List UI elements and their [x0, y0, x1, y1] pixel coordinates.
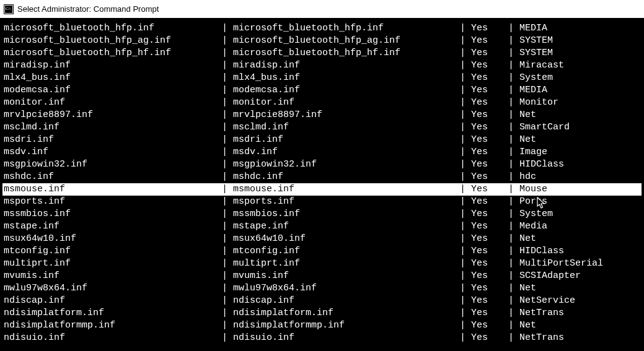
column-separator: | [222, 35, 233, 47]
table-row[interactable]: msgpiowin32.inf| msgpiowin32.inf| Yes| H… [2, 158, 642, 171]
column-separator: | [460, 258, 471, 270]
table-row[interactable]: msports.inf| msports.inf| Yes| Ports [2, 196, 642, 208]
table-row[interactable]: msmouse.inf| msmouse.inf| Yes| Mouse [2, 183, 642, 196]
inf-original-name: msdri.inf [233, 134, 460, 146]
column-separator: | [460, 97, 471, 109]
table-row[interactable]: microsoft_bluetooth_hfp_ag.inf| microsof… [2, 35, 642, 47]
class-name: SCSIAdapter [519, 270, 642, 282]
column-separator: | [460, 208, 471, 220]
table-row[interactable]: modemcsa.inf| modemcsa.inf| Yes| MEDIA [2, 84, 642, 97]
column-separator: | [508, 158, 519, 171]
table-row[interactable]: mshdc.inf| mshdc.inf| Yes| hdc [2, 171, 642, 183]
table-row[interactable]: msclmd.inf| msclmd.inf| Yes| SmartCard [2, 121, 642, 134]
inf-original-name: miradisp.inf [233, 59, 460, 72]
column-separator: | [508, 35, 519, 47]
table-row[interactable]: ndisuio.inf| ndisuio.inf| Yes| NetTrans [2, 332, 642, 344]
column-separator: | [460, 295, 471, 307]
column-separator: | [508, 171, 519, 183]
column-separator: | [460, 109, 471, 121]
inf-published-name: ndiscap.inf [2, 295, 222, 307]
class-name: hdc [519, 171, 642, 183]
inbox-flag: Yes [471, 97, 508, 109]
inbox-flag: Yes [471, 332, 508, 344]
table-row[interactable]: microsoft_bluetooth_hfp.inf| microsoft_b… [2, 22, 642, 35]
class-name: MEDIA [519, 84, 642, 97]
table-row[interactable]: mrvlpcie8897.inf| mrvlpcie8897.inf| Yes|… [2, 109, 642, 121]
table-row[interactable]: miradisp.inf| miradisp.inf| Yes| Miracas… [2, 59, 642, 72]
inbox-flag: Yes [471, 295, 508, 307]
column-separator: | [222, 295, 233, 307]
inbox-flag: Yes [471, 208, 508, 220]
column-separator: | [508, 295, 519, 307]
inf-published-name: microsoft_bluetooth_hfp_ag.inf [2, 35, 222, 47]
table-row[interactable]: mvumis.inf| mvumis.inf| Yes| SCSIAdapter [2, 270, 642, 282]
inf-published-name: miradisp.inf [2, 59, 222, 72]
class-name: NetService [519, 295, 642, 307]
window-titlebar[interactable]: C:\ Select Administrator: Command Prompt [0, 0, 644, 19]
table-row[interactable]: msdri.inf| msdri.inf| Yes| Net [2, 134, 642, 146]
inf-published-name: ndisimplatformmp.inf [2, 319, 222, 332]
inbox-flag: Yes [471, 146, 508, 158]
inf-published-name: msdv.inf [2, 146, 222, 158]
terminal-output[interactable]: microsoft_bluetooth_hfp.inf| microsoft_b… [0, 19, 644, 351]
table-row[interactable]: monitor.inf| monitor.inf| Yes| Monitor [2, 97, 642, 109]
column-separator: | [460, 134, 471, 146]
column-separator: | [508, 220, 519, 233]
class-name: Miracast [519, 59, 642, 72]
inf-original-name: msmouse.inf [233, 183, 460, 196]
class-name: System [519, 72, 642, 84]
inf-original-name: ndisimplatformmp.inf [233, 319, 460, 332]
table-row[interactable]: msux64w10.inf| msux64w10.inf| Yes| Net [2, 233, 642, 245]
inf-published-name: mstape.inf [2, 220, 222, 233]
inf-original-name: mtconfig.inf [233, 245, 460, 258]
table-row[interactable]: mtconfig.inf| mtconfig.inf| Yes| HIDClas… [2, 245, 642, 258]
inbox-flag: Yes [471, 171, 508, 183]
class-name: Media [519, 220, 642, 233]
column-separator: | [508, 121, 519, 134]
table-row[interactable]: ndisimplatformmp.inf| ndisimplatformmp.i… [2, 319, 642, 332]
table-row[interactable]: mssmbios.inf| mssmbios.inf| Yes| System [2, 208, 642, 220]
inf-published-name: microsoft_bluetooth_hfp.inf [2, 22, 222, 35]
column-separator: | [508, 59, 519, 72]
column-separator: | [222, 183, 233, 196]
column-separator: | [222, 59, 233, 72]
inf-published-name: ndisimplatform.inf [2, 307, 222, 319]
inbox-flag: Yes [471, 121, 508, 134]
column-separator: | [460, 59, 471, 72]
class-name: SmartCard [519, 121, 642, 134]
table-row[interactable]: mstape.inf| mstape.inf| Yes| Media [2, 220, 642, 233]
table-row[interactable]: mlx4_bus.inf| mlx4_bus.inf| Yes| System [2, 72, 642, 84]
inf-published-name: mrvlpcie8897.inf [2, 109, 222, 121]
inf-published-name: mssmbios.inf [2, 208, 222, 220]
column-separator: | [460, 72, 471, 84]
column-separator: | [508, 97, 519, 109]
column-separator: | [460, 196, 471, 208]
inf-original-name: msdv.inf [233, 146, 460, 158]
column-separator: | [222, 282, 233, 295]
table-row[interactable]: multiprt.inf| multiprt.inf| Yes| MultiPo… [2, 258, 642, 270]
column-separator: | [222, 307, 233, 319]
window-title: Select Administrator: Command Prompt [17, 4, 159, 14]
column-separator: | [508, 258, 519, 270]
column-separator: | [222, 270, 233, 282]
table-row[interactable]: microsoft_bluetooth_hfp_hf.inf| microsof… [2, 47, 642, 59]
inf-original-name: monitor.inf [233, 97, 460, 109]
column-separator: | [222, 109, 233, 121]
inf-published-name: microsoft_bluetooth_hfp_hf.inf [2, 47, 222, 59]
column-separator: | [460, 47, 471, 59]
table-row[interactable]: mwlu97w8x64.inf| mwlu97w8x64.inf| Yes| N… [2, 282, 642, 295]
inf-original-name: ndisuio.inf [233, 332, 460, 344]
table-row[interactable]: msdv.inf| msdv.inf| Yes| Image [2, 146, 642, 158]
column-separator: | [508, 22, 519, 35]
inbox-flag: Yes [471, 158, 508, 171]
column-separator: | [508, 47, 519, 59]
inf-original-name: msux64w10.inf [233, 233, 460, 245]
class-name: NetTrans [519, 307, 642, 319]
class-name: NetTrans [519, 332, 642, 344]
inf-original-name: msclmd.inf [233, 121, 460, 134]
column-separator: | [222, 258, 233, 270]
column-separator: | [222, 245, 233, 258]
class-name: Net [519, 134, 642, 146]
table-row[interactable]: ndiscap.inf| ndiscap.inf| Yes| NetServic… [2, 295, 642, 307]
table-row[interactable]: ndisimplatform.inf| ndisimplatform.inf| … [2, 307, 642, 319]
